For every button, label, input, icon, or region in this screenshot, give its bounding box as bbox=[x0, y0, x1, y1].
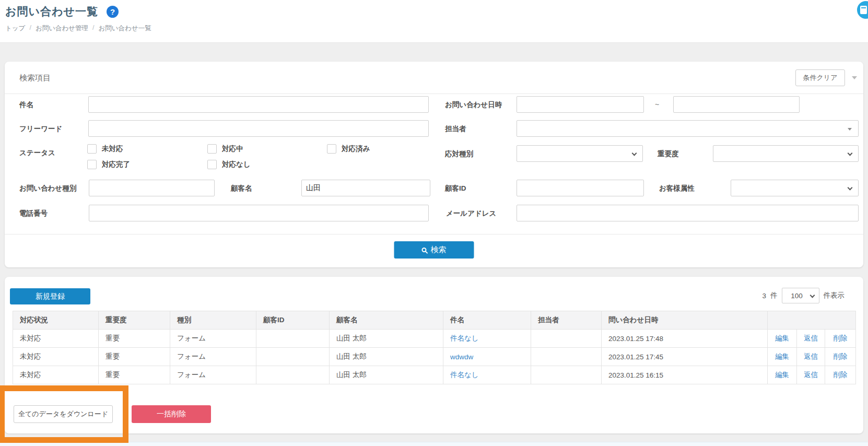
cell-datetime: 2023.01.25 17:45 bbox=[602, 348, 768, 366]
download-all-data-button[interactable]: 全てのデータをダウンロード bbox=[14, 405, 113, 423]
delete-link[interactable]: 削除 bbox=[834, 371, 848, 379]
cell-customer-id bbox=[256, 330, 330, 348]
cell-customer-name: 山田 太郎 bbox=[330, 348, 443, 366]
importance-select[interactable] bbox=[713, 145, 859, 162]
cell-importance: 重要 bbox=[99, 348, 170, 366]
datetime-to-input[interactable] bbox=[673, 96, 800, 113]
cell-assignee bbox=[531, 330, 602, 348]
cell-type: フォーム bbox=[170, 348, 256, 366]
status-option-not-handled[interactable]: 未対応 bbox=[87, 144, 123, 154]
status-label: ステータス bbox=[19, 148, 55, 158]
breadcrumb: トップ / お問い合わせ管理 / お問い合わせ一覧 bbox=[5, 24, 151, 33]
inquiry-type-label: お問い合わせ種別 bbox=[19, 184, 76, 193]
phone-input[interactable] bbox=[89, 205, 429, 221]
new-registration-button[interactable]: 新規登録 bbox=[10, 288, 90, 304]
panel-collapse-chevron-icon[interactable] bbox=[852, 76, 857, 79]
customer-name-label: 顧客名 bbox=[231, 184, 252, 193]
cell-importance: 重要 bbox=[99, 330, 170, 348]
page-size-suffix: 件表示 bbox=[824, 291, 845, 300]
subject-link[interactable]: 件名なし bbox=[450, 334, 479, 342]
table-row: 未対応 重要 フォーム 山田 太郎 件名なし 2023.01.25 17:48 … bbox=[13, 330, 856, 348]
inquiry-list-panel: 新規登録 3 件 100 件表示 対応状況 重要度 種別 顧客ID 顧客名 bbox=[5, 277, 863, 433]
inquiry-type-input[interactable] bbox=[89, 180, 215, 196]
handled-checkbox[interactable] bbox=[327, 144, 336, 154]
freeword-input[interactable] bbox=[88, 120, 429, 137]
cell-importance: 重要 bbox=[99, 366, 170, 384]
cell-status: 未対応 bbox=[13, 366, 99, 384]
cell-datetime: 2023.01.25 17:48 bbox=[602, 330, 768, 348]
edit-link[interactable]: 編集 bbox=[775, 371, 789, 379]
subject-label: 件名 bbox=[19, 100, 33, 110]
cell-customer-id bbox=[256, 348, 330, 366]
search-panel-header: 検索項目 条件クリア bbox=[5, 62, 863, 94]
response-type-label: 応対種別 bbox=[445, 149, 473, 159]
breadcrumb-inquiry-management[interactable]: お問い合わせ管理 bbox=[36, 24, 88, 33]
delete-link[interactable]: 削除 bbox=[834, 353, 848, 360]
table-row: 未対応 重要 フォーム 山田 太郎 wdwdw 2023.01.25 17:45… bbox=[13, 348, 856, 366]
not-handled-checkbox[interactable] bbox=[87, 144, 97, 154]
search-icon bbox=[422, 248, 427, 252]
header-type: 種別 bbox=[170, 311, 256, 330]
table-row: 未対応 重要 フォーム 山田 太郎 件名なし 2023.01.25 16:15 … bbox=[13, 366, 856, 384]
email-label: メールアドレス bbox=[446, 209, 496, 218]
edit-link[interactable]: 編集 bbox=[775, 353, 789, 360]
document-icon bbox=[860, 6, 867, 14]
status-option-handled[interactable]: 対応済み bbox=[327, 144, 370, 154]
help-icon[interactable]: ? bbox=[107, 6, 119, 18]
completed-checkbox[interactable] bbox=[87, 160, 97, 169]
dropdown-triangle-icon bbox=[848, 128, 852, 131]
bulk-delete-button[interactable]: 一括削除 bbox=[132, 405, 211, 423]
status-option-no-response[interactable]: 対応なし bbox=[207, 160, 251, 169]
reply-link[interactable]: 返信 bbox=[804, 334, 818, 342]
subject-link[interactable]: 件名なし bbox=[450, 371, 479, 379]
breadcrumb-separator: / bbox=[92, 24, 94, 33]
email-input[interactable] bbox=[517, 205, 859, 221]
inquiry-table: 対応状況 重要度 種別 顧客ID 顧客名 件名 担当者 問い合わせ日時 未対応 … bbox=[13, 311, 855, 384]
importance-label: 重要度 bbox=[658, 149, 679, 159]
subject-input[interactable] bbox=[88, 96, 429, 113]
header-status: 対応状況 bbox=[13, 311, 99, 330]
datetime-from-input[interactable] bbox=[517, 96, 644, 113]
customer-attribute-label: お客様属性 bbox=[659, 184, 695, 193]
chevron-down-icon bbox=[632, 151, 637, 156]
header-subject: 件名 bbox=[443, 311, 531, 330]
subject-link[interactable]: wdwdw bbox=[450, 353, 473, 361]
footer-strip bbox=[0, 442, 868, 446]
response-type-select[interactable] bbox=[517, 145, 643, 162]
status-option-completed[interactable]: 対応完了 bbox=[87, 160, 130, 169]
datetime-range-separator: ~ bbox=[655, 100, 659, 109]
chevron-down-icon bbox=[848, 185, 853, 191]
status-option-in-progress[interactable]: 対応中 bbox=[207, 144, 243, 154]
table-header-row: 対応状況 重要度 種別 顧客ID 顧客名 件名 担当者 問い合わせ日時 bbox=[13, 311, 856, 330]
result-count-unit: 件 bbox=[770, 291, 778, 300]
customer-id-label: 顧客ID bbox=[445, 184, 466, 193]
corner-app-icon[interactable] bbox=[857, 1, 868, 19]
cell-assignee bbox=[531, 366, 602, 384]
breadcrumb-inquiry-list: お問い合わせ一覧 bbox=[99, 24, 151, 33]
breadcrumb-top[interactable]: トップ bbox=[5, 24, 25, 33]
header-importance: 重要度 bbox=[99, 311, 170, 330]
customer-attribute-select[interactable] bbox=[731, 180, 859, 196]
header-customer-id: 顧客ID bbox=[256, 311, 330, 330]
cell-type: フォーム bbox=[170, 330, 256, 348]
reply-link[interactable]: 返信 bbox=[804, 371, 818, 379]
result-count: 3 bbox=[762, 292, 766, 300]
chevron-down-icon bbox=[848, 151, 853, 156]
edit-link[interactable]: 編集 bbox=[775, 334, 789, 342]
no-response-checkbox[interactable] bbox=[207, 160, 217, 169]
in-progress-checkbox[interactable] bbox=[207, 144, 217, 154]
customer-id-input[interactable] bbox=[517, 180, 644, 196]
reply-link[interactable]: 返信 bbox=[804, 353, 818, 360]
header-customer-name: 顧客名 bbox=[330, 311, 443, 330]
clear-conditions-button[interactable]: 条件クリア bbox=[795, 69, 845, 86]
cell-customer-name: 山田 太郎 bbox=[330, 366, 443, 384]
search-button[interactable]: 検索 bbox=[394, 241, 474, 259]
cell-type: フォーム bbox=[170, 366, 256, 384]
assignee-select[interactable] bbox=[517, 120, 859, 137]
header-assignee: 担当者 bbox=[531, 311, 602, 330]
cell-status: 未対応 bbox=[13, 348, 99, 366]
cell-assignee bbox=[531, 348, 602, 366]
page-size-select[interactable]: 100 bbox=[782, 288, 819, 303]
delete-link[interactable]: 削除 bbox=[834, 334, 848, 342]
customer-name-input[interactable] bbox=[301, 180, 430, 196]
